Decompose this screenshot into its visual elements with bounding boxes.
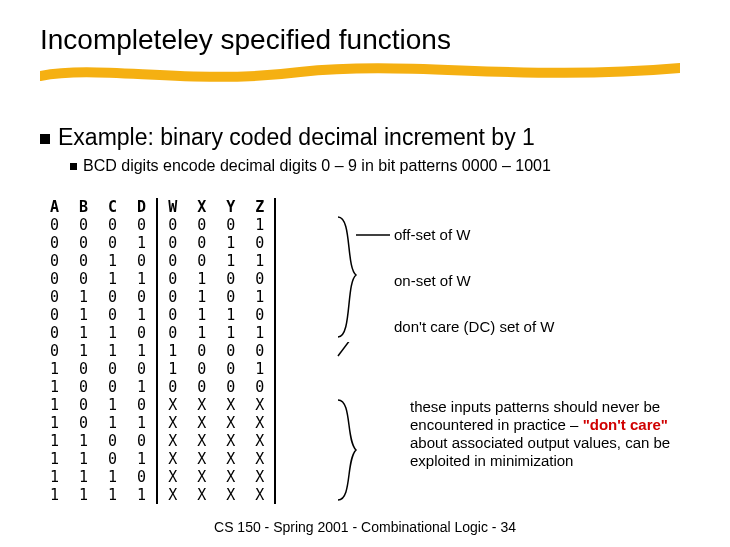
table-cell: 0	[40, 288, 69, 306]
table-cell: 1	[216, 252, 245, 270]
table-cell: 1	[127, 306, 157, 324]
table-cell: 0	[157, 252, 187, 270]
table-cell: X	[157, 396, 187, 414]
table-cell: 0	[216, 378, 245, 396]
svg-line-1	[338, 342, 392, 356]
table-row: 1100XXXX	[40, 432, 275, 450]
table-cell: 0	[245, 234, 275, 252]
table-cell: 1	[40, 450, 69, 468]
table-cell: 1	[40, 432, 69, 450]
table-cell: 0	[69, 234, 98, 252]
table-cell: 1	[127, 342, 157, 360]
table-cell: X	[245, 414, 275, 432]
table-cell: 1	[127, 486, 157, 504]
table-cell: 0	[187, 216, 216, 234]
table-cell: 1	[98, 324, 127, 342]
table-cell: X	[187, 468, 216, 486]
table-cell: 1	[157, 342, 187, 360]
table-cell: 0	[69, 414, 98, 432]
table-cell: X	[216, 432, 245, 450]
slide-footer: CS 150 - Spring 2001 - Combinational Log…	[0, 519, 730, 535]
table-cell: 0	[40, 252, 69, 270]
table-cell: 0	[127, 360, 157, 378]
table-cell: 1	[98, 414, 127, 432]
table-cell: 1	[216, 324, 245, 342]
bullet-level2: BCD digits encode decimal digits 0 – 9 i…	[70, 157, 700, 175]
table-cell: 0	[187, 360, 216, 378]
table-cell: X	[245, 468, 275, 486]
table-cell: 1	[127, 234, 157, 252]
square-bullet-small-icon	[70, 163, 77, 170]
table-cell: 0	[40, 270, 69, 288]
table-cell: 1	[127, 270, 157, 288]
table-cell: X	[216, 414, 245, 432]
table-cell: 0	[157, 288, 187, 306]
table-cell: 0	[127, 396, 157, 414]
table-cell: 0	[98, 216, 127, 234]
table-cell: 1	[187, 324, 216, 342]
slide-title: Incompleteley specified functions	[40, 24, 451, 56]
annot-dcset: don't care (DC) set of W	[394, 318, 554, 336]
annot-note: these inputs patterns should never be en…	[410, 398, 700, 470]
table-cell: 0	[98, 378, 127, 396]
table-cell: 0	[98, 360, 127, 378]
table-cell: 0	[98, 450, 127, 468]
table-cell: 0	[127, 432, 157, 450]
table-cell: 1	[157, 360, 187, 378]
table-cell: X	[216, 468, 245, 486]
table-cell: 1	[245, 216, 275, 234]
col-header: D	[127, 198, 157, 216]
table-cell: 0	[216, 360, 245, 378]
table-cell: 1	[245, 360, 275, 378]
table-cell: 1	[40, 486, 69, 504]
table-row: 01000101	[40, 288, 275, 306]
table-cell: X	[187, 414, 216, 432]
table-cell: 1	[245, 288, 275, 306]
table-cell: 0	[69, 378, 98, 396]
table-cell: 0	[40, 234, 69, 252]
brace-dcset	[328, 396, 408, 512]
table-cell: 1	[69, 324, 98, 342]
table-cell: 0	[40, 216, 69, 234]
table-row: 01010110	[40, 306, 275, 324]
square-bullet-icon	[40, 134, 50, 144]
table-cell: 0	[69, 360, 98, 378]
table-row: 10001001	[40, 360, 275, 378]
table-cell: 0	[216, 270, 245, 288]
table-cell: 1	[40, 396, 69, 414]
table-cell: X	[157, 468, 187, 486]
col-header: W	[157, 198, 187, 216]
table-cell: 1	[69, 450, 98, 468]
table-cell: 1	[245, 252, 275, 270]
table-cell: 0	[127, 252, 157, 270]
table-cell: X	[216, 450, 245, 468]
table-cell: 1	[127, 450, 157, 468]
annot-onset: on-set of W	[394, 272, 471, 290]
table-cell: 1	[69, 486, 98, 504]
table-cell: 0	[127, 468, 157, 486]
table-cell: 0	[216, 288, 245, 306]
table-cell: 0	[40, 342, 69, 360]
table-cell: 1	[187, 288, 216, 306]
table-cell: X	[187, 396, 216, 414]
table-cell: 1	[69, 432, 98, 450]
table-cell: 1	[127, 378, 157, 396]
table-cell: 1	[98, 468, 127, 486]
table-cell: 1	[69, 468, 98, 486]
table-cell: 0	[187, 252, 216, 270]
annot-offset: off-set of W	[394, 226, 470, 244]
table-cell: 0	[157, 378, 187, 396]
table-cell: 1	[40, 360, 69, 378]
bullet2-text: BCD digits encode decimal digits 0 – 9 i…	[83, 157, 551, 174]
annot-note-post: about associated output values, can be e…	[410, 434, 670, 469]
table-cell: 0	[157, 324, 187, 342]
table-cell: 0	[157, 306, 187, 324]
table-cell: X	[187, 486, 216, 504]
table-cell: 1	[69, 288, 98, 306]
table-row: 10010000	[40, 378, 275, 396]
title-underline	[40, 58, 680, 88]
table-row: 00110100	[40, 270, 275, 288]
truth-table: ABCDWXYZ00000001000100100010001100110100…	[40, 198, 276, 504]
bullet1-text: Example: binary coded decimal increment …	[58, 124, 535, 150]
table-cell: 0	[216, 216, 245, 234]
